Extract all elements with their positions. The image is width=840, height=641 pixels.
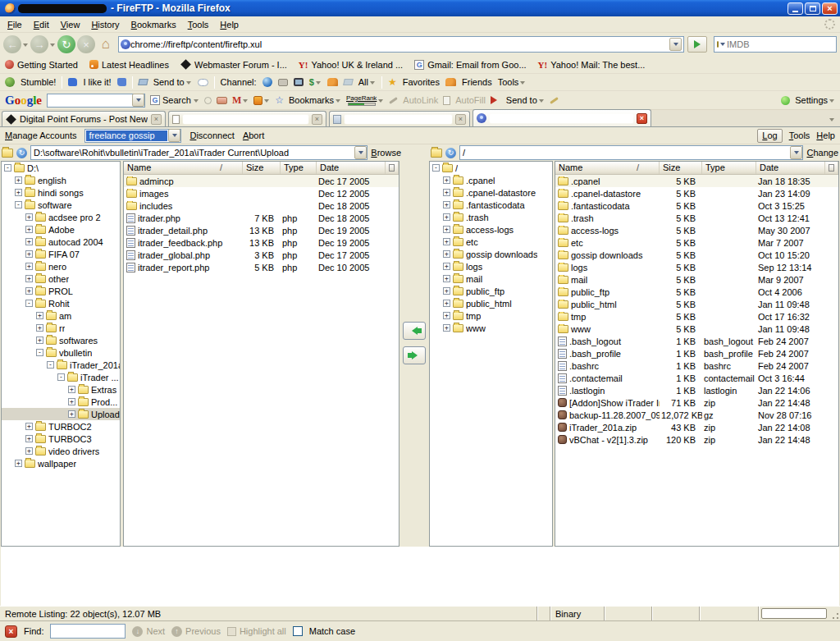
google-send-to-button[interactable]: Send to	[506, 95, 545, 105]
tree-item[interactable]: +video drivers	[2, 445, 120, 457]
bookmark-item[interactable]: Y!Yahoo! UK & Ireland ...	[299, 60, 403, 70]
find-close-button[interactable]: ×	[5, 625, 17, 638]
tab-active[interactable]: ×	[472, 109, 651, 126]
expand-icon[interactable]: +	[36, 324, 43, 332]
file-row[interactable]: iTrader_201a.zip43 KBzipJan 22 14:08	[555, 421, 838, 433]
tree-item[interactable]: +.trash	[430, 211, 552, 223]
name-column-header[interactable]: Name/	[124, 162, 243, 174]
expand-icon[interactable]: +	[36, 337, 43, 344]
expand-icon[interactable]: +	[68, 410, 75, 418]
tree-item[interactable]: +Adobe	[2, 223, 120, 236]
find-previous-button[interactable]: ↑Previous	[171, 626, 221, 637]
stop-button[interactable]: ×	[77, 35, 95, 53]
photos-icon[interactable]	[217, 97, 227, 104]
bookmark-item[interactable]: Webmaster Forum - I...	[180, 60, 287, 70]
friends-button[interactable]: Friends	[462, 77, 492, 87]
forward-dropdown-icon[interactable]	[50, 43, 55, 49]
tree-item[interactable]: +public_ftp	[430, 285, 552, 297]
file-row[interactable]: .bash_logout1 KBbash_logoutFeb 24 2007	[555, 335, 838, 347]
tree-item[interactable]: +TURBOC2	[2, 420, 120, 433]
tree-item[interactable]: +Upload	[2, 408, 120, 420]
expand-icon[interactable]: +	[443, 189, 450, 196]
resize-grip[interactable]	[829, 607, 840, 620]
tree-item[interactable]: +.fantasticodata	[430, 199, 552, 211]
collapse-icon[interactable]: -	[25, 300, 33, 307]
match-case-checkbox[interactable]	[293, 626, 303, 636]
file-row[interactable]: admincpDec 17 2005	[124, 175, 399, 187]
tree-item[interactable]: +.cpanel	[430, 174, 552, 186]
local-folder-up-icon[interactable]	[2, 149, 13, 158]
menu-item-edit[interactable]: Edit	[28, 17, 55, 32]
restore-button[interactable]	[805, 2, 820, 15]
expand-icon[interactable]: +	[443, 250, 450, 258]
expand-icon[interactable]: +	[68, 386, 75, 393]
expand-icon[interactable]: +	[443, 275, 450, 282]
like-button[interactable]: I like it!	[83, 77, 111, 87]
abort-button[interactable]: Abort	[243, 130, 264, 140]
expand-icon[interactable]: +	[25, 275, 33, 282]
column-picker-icon[interactable]	[825, 162, 838, 174]
local-path-input[interactable]	[31, 148, 354, 158]
expand-icon[interactable]: +	[15, 189, 22, 196]
account-dropdown-button[interactable]	[168, 129, 180, 142]
tree-item[interactable]: +PROL	[2, 285, 120, 297]
tree-item[interactable]: +rr	[2, 322, 120, 334]
bookmark-item[interactable]: Getting Started	[5, 60, 78, 70]
tab-close-icon[interactable]: ×	[455, 114, 466, 125]
tag-channel-icon[interactable]	[343, 79, 354, 85]
date-column-header[interactable]: Date	[756, 162, 825, 174]
sitemap-icon[interactable]	[253, 96, 262, 105]
name-column-header[interactable]: Name/	[555, 162, 660, 174]
tab-close-icon[interactable]: ×	[637, 113, 647, 124]
expand-icon[interactable]: +	[443, 300, 450, 307]
url-bar[interactable]	[118, 36, 684, 53]
file-row[interactable]: mail5 KBMar 9 2007	[555, 273, 838, 286]
tree-item[interactable]: +logs	[430, 260, 552, 272]
expand-icon[interactable]: +	[25, 238, 33, 245]
file-row[interactable]: .fantasticodata5 KBOct 3 15:25	[555, 199, 838, 212]
tree-item[interactable]: +Extras	[2, 383, 120, 396]
tree-item[interactable]: +wallpaper	[2, 457, 120, 469]
tree-item[interactable]: -iTrader_201a	[2, 359, 120, 371]
thumbs-up-icon[interactable]	[68, 78, 77, 86]
close-button[interactable]: ×	[822, 2, 838, 15]
expand-icon[interactable]: +	[443, 226, 450, 233]
menu-item-history[interactable]: History	[85, 17, 125, 32]
photo-channel-icon[interactable]	[278, 79, 288, 86]
change-button[interactable]: Change	[806, 148, 838, 158]
google-bookmarks-button[interactable]: Bookmarks	[289, 95, 341, 105]
tree-item[interactable]: -iTrader ...	[2, 371, 120, 383]
bookmark-item[interactable]: Y!Yahoo! Mail: The best...	[538, 60, 646, 70]
tree-item[interactable]: +mail	[430, 272, 552, 285]
expand-icon[interactable]: +	[443, 213, 450, 221]
bookmark-star-icon[interactable]: ☆	[275, 94, 284, 106]
expand-icon[interactable]: +	[15, 176, 22, 184]
expand-icon[interactable]: +	[25, 435, 33, 442]
expand-icon[interactable]: +	[36, 312, 43, 319]
remote-folder-up-icon[interactable]	[431, 149, 442, 158]
local-refresh-icon[interactable]: ↻	[16, 148, 27, 158]
file-row[interactable]: .cpanel5 KBJan 18 18:35	[555, 175, 838, 187]
remote-path-bar[interactable]	[459, 145, 803, 160]
expand-icon[interactable]: +	[25, 213, 33, 221]
file-row[interactable]: .trash5 KBOct 13 12:41	[555, 212, 838, 224]
type-column-header[interactable]: Type	[702, 162, 756, 174]
disconnect-button[interactable]: Disconnect	[189, 130, 234, 140]
list-all-tabs-button[interactable]	[825, 112, 838, 126]
back-button[interactable]: ←	[3, 35, 21, 53]
pencil-icon[interactable]	[550, 97, 559, 104]
file-row[interactable]: [Addon]Show iTrader In ...71 KBzipJan 22…	[555, 396, 838, 409]
forward-button[interactable]: →	[30, 35, 48, 53]
tree-item[interactable]: +gossip downloads	[430, 248, 552, 260]
file-row[interactable]: itrader_global.php3 KBphpDec 17 2005	[124, 249, 399, 261]
find-next-button[interactable]: ↓Next	[132, 626, 165, 637]
download-button[interactable]	[403, 322, 426, 340]
file-row[interactable]: .lastlogin1 KBlastloginJan 22 14:06	[555, 384, 838, 396]
file-row[interactable]: .cpanel-datastore5 KBJan 23 14:09	[555, 187, 838, 199]
remote-refresh-icon[interactable]: ↻	[445, 148, 456, 158]
expand-icon[interactable]: +	[15, 460, 22, 467]
file-row[interactable]: .bash_profile1 KBbash_profileFeb 24 2007	[555, 347, 838, 359]
tree-item[interactable]: +nero	[2, 260, 120, 272]
file-row[interactable]: vBChat - v2[1].3.zip120 KBzipJan 22 14:4…	[555, 433, 838, 446]
stumble-button[interactable]: Stumble!	[21, 77, 56, 87]
